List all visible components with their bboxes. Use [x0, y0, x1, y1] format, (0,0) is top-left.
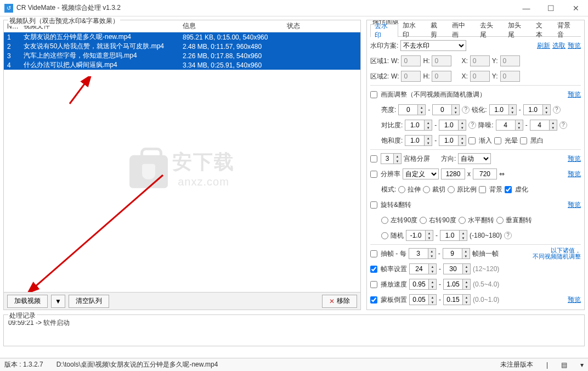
fps-b-input[interactable]: [443, 263, 463, 274]
fps-a-input[interactable]: [409, 263, 429, 274]
table-row[interactable]: 2 女友说有50人给我点赞，就送我个马可皮肤.mp4 2.48 MB, 0:11…: [4, 42, 360, 51]
spinner-icon[interactable]: ▲▼: [394, 153, 402, 164]
fd-a-input[interactable]: [409, 248, 428, 259]
insert-checkbox[interactable]: [468, 137, 476, 144]
spinner-icon[interactable]: ▲▼: [425, 120, 432, 131]
region2-y-input[interactable]: [500, 71, 520, 82]
res-w-input[interactable]: [441, 168, 465, 179]
grid-n-input[interactable]: [381, 153, 394, 164]
region2-x-input[interactable]: [470, 71, 490, 82]
speed-checkbox[interactable]: [370, 281, 377, 288]
bg-checkbox[interactable]: [479, 186, 486, 193]
tab-add-head[interactable]: 加头尾: [504, 24, 532, 37]
preview-link[interactable]: 预览: [568, 41, 581, 50]
tab-remove-watermark[interactable]: 去水印: [370, 24, 398, 37]
tab-pip[interactable]: 画中画: [448, 24, 476, 37]
rotate-checkbox[interactable]: [370, 201, 377, 209]
mask-b-input[interactable]: [443, 294, 463, 305]
table-row[interactable]: 3 汽车上的这些字母，你知道意思吗.mp4 2.26 MB, 0:17.88, …: [4, 51, 360, 60]
spinner-icon[interactable]: ▲▼: [426, 230, 433, 241]
mask-a-input[interactable]: [409, 294, 429, 305]
remove-button[interactable]: 移除: [322, 295, 357, 308]
preview-link[interactable]: 预览: [568, 154, 581, 164]
help-icon[interactable]: ?: [468, 121, 476, 129]
region2-h-input[interactable]: [432, 71, 451, 82]
spinner-icon[interactable]: ▲▼: [418, 104, 426, 115]
spinner-icon[interactable]: ▲▼: [452, 104, 460, 115]
tab-bgm[interactable]: 背景音: [553, 24, 581, 37]
wm-scheme-select[interactable]: 不去水印: [400, 40, 466, 51]
spinner-icon[interactable]: ▲▼: [460, 230, 467, 241]
spinner-icon[interactable]: ▲▼: [462, 248, 470, 259]
region2-w-input[interactable]: [401, 71, 421, 82]
saturate-b-input[interactable]: [439, 135, 459, 146]
fd-b-input[interactable]: [443, 248, 462, 259]
rot-b-input[interactable]: [440, 230, 460, 241]
help-icon[interactable]: ?: [553, 106, 561, 114]
load-video-button[interactable]: 加载视频: [7, 295, 48, 308]
spinner-icon[interactable]: ▲▼: [543, 104, 551, 115]
adjust-checkbox[interactable]: [370, 91, 377, 98]
swap-icon[interactable]: ⇔: [499, 170, 505, 178]
resolution-mode-select[interactable]: 自定义: [403, 168, 439, 179]
chevron-down-icon[interactable]: ▾: [580, 361, 584, 369]
spinner-icon[interactable]: ▲▼: [459, 120, 466, 131]
sharpen-a-input[interactable]: [489, 104, 509, 115]
region1-h-input[interactable]: [432, 55, 451, 66]
minimize-button[interactable]: —: [514, 0, 539, 16]
saturate-a-input[interactable]: [405, 135, 425, 146]
mode-stretch-radio[interactable]: [398, 186, 405, 193]
rot-random-radio[interactable]: [381, 232, 388, 239]
spinner-icon[interactable]: ▲▼: [459, 135, 466, 146]
rot-a-input[interactable]: [406, 230, 426, 241]
pick-link[interactable]: 选取: [552, 41, 566, 50]
spinner-icon[interactable]: ▲▼: [463, 310, 471, 310]
maximize-button[interactable]: ☐: [539, 0, 563, 16]
col-status[interactable]: 状态: [284, 21, 360, 31]
speed-b-input[interactable]: [443, 279, 463, 290]
help-icon[interactable]: ?: [462, 106, 470, 114]
tab-add-watermark[interactable]: 加水印: [398, 24, 426, 37]
rot-right90-radio[interactable]: [420, 217, 427, 224]
spinner-icon[interactable]: ▲▼: [463, 279, 471, 290]
res-h-input[interactable]: [473, 168, 497, 179]
denoise-b-input[interactable]: [530, 120, 550, 131]
br-b-input[interactable]: [443, 310, 463, 310]
preview-link[interactable]: 预览: [568, 200, 581, 210]
spinner-icon[interactable]: ▲▼: [516, 120, 523, 131]
spinner-icon[interactable]: ▲▼: [429, 279, 437, 290]
resolution-checkbox[interactable]: [370, 171, 377, 178]
table-row[interactable]: 4 什么办法可以把人瞬间逼疯.mp4 3.34 MB, 0:25.91, 540…: [4, 60, 360, 70]
spinner-icon[interactable]: ▲▼: [429, 294, 437, 305]
load-video-dropdown-button[interactable]: ▼: [51, 295, 65, 308]
bw-checkbox[interactable]: [520, 137, 527, 144]
brightness-a-input[interactable]: [398, 104, 418, 115]
spinner-icon[interactable]: ▲▼: [509, 104, 517, 115]
spinner-icon[interactable]: ▲▼: [428, 248, 436, 259]
contrast-a-input[interactable]: [405, 120, 425, 131]
preview-link[interactable]: 预览: [568, 295, 581, 305]
refresh-link[interactable]: 刷新: [537, 41, 550, 50]
preview-link[interactable]: 预览: [568, 90, 581, 99]
region1-y-input[interactable]: [500, 55, 520, 66]
denoise-a-input[interactable]: [496, 120, 516, 131]
grid-checkbox[interactable]: [370, 155, 377, 162]
spinner-icon[interactable]: ▲▼: [463, 294, 471, 305]
region1-x-input[interactable]: [470, 55, 490, 66]
rot-vflip-radio[interactable]: [496, 217, 504, 224]
spinner-icon[interactable]: ▲▼: [463, 263, 471, 274]
brightness-b-input[interactable]: [432, 104, 452, 115]
fps-checkbox[interactable]: [370, 266, 377, 273]
spinner-icon[interactable]: ▲▼: [429, 310, 437, 310]
clear-queue-button[interactable]: 清空队列: [69, 295, 109, 308]
col-info[interactable]: 信息: [179, 21, 284, 31]
preview-link[interactable]: 预览: [568, 170, 581, 179]
speed-a-input[interactable]: [409, 279, 429, 290]
mask-checkbox[interactable]: [370, 296, 377, 303]
tab-crop[interactable]: 裁剪: [426, 24, 448, 37]
mode-ratio-radio[interactable]: [448, 186, 455, 193]
table-row[interactable]: 1 女朋友说的五分钟是多久呢-new.mp4 895.21 KB, 0:15.0…: [4, 32, 360, 42]
close-button[interactable]: ✕: [563, 0, 588, 16]
settings-icon[interactable]: ▤: [561, 361, 567, 369]
br-a-input[interactable]: [409, 310, 429, 310]
